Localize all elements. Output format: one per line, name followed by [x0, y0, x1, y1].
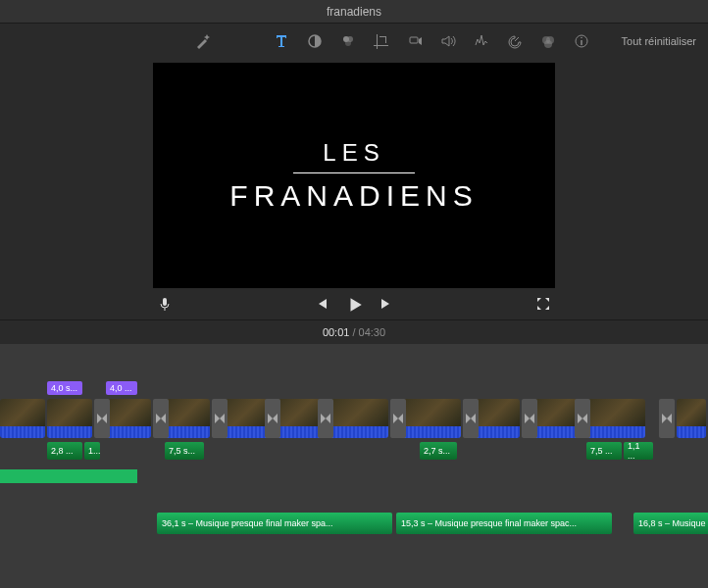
- timeline[interactable]: 4,0 s...4,0 ... 2,8 ...1...7,5 s...2,7 s…: [0, 344, 708, 588]
- audio-clip[interactable]: 7,5 ...: [586, 442, 622, 460]
- fullscreen-icon[interactable]: [535, 296, 551, 312]
- video-clip[interactable]: [329, 399, 388, 438]
- music-clip[interactable]: 36,1 s – Musique presque final maker spa…: [157, 513, 392, 534]
- svg-point-3: [345, 40, 351, 46]
- music-clip[interactable]: 15,3 s – Musique presque final maker spa…: [396, 513, 612, 534]
- preview-screen: LES FRANADIENS: [153, 63, 555, 288]
- audio-track: 2,8 ...1...7,5 s...2,7 s...7,5 ...1,1 ..…: [0, 442, 708, 462]
- audio-clip[interactable]: 2,8 ...: [47, 442, 82, 460]
- audio-clip[interactable]: 7,5 s...: [165, 442, 204, 460]
- color-correction-icon[interactable]: [339, 32, 357, 50]
- title-line-2: FRANADIENS: [229, 173, 478, 213]
- prev-button[interactable]: [313, 296, 329, 312]
- music-clip[interactable]: 16,8 s – Musique presque final maker spa…: [633, 513, 708, 534]
- timecode: 00:01 / 04:30: [0, 319, 708, 344]
- transition-icon[interactable]: [575, 399, 590, 438]
- speed-icon[interactable]: [506, 32, 524, 50]
- video-clip[interactable]: [0, 399, 45, 438]
- transition-icon[interactable]: [265, 399, 280, 438]
- total-time: 04:30: [359, 326, 386, 338]
- svg-point-7: [544, 40, 552, 48]
- text-tool-icon[interactable]: [273, 32, 290, 50]
- video-clip[interactable]: [677, 399, 706, 438]
- video-clip[interactable]: [277, 399, 322, 438]
- audio-clip[interactable]: 1...: [84, 442, 100, 460]
- video-clip[interactable]: [165, 399, 210, 438]
- crop-icon[interactable]: [373, 32, 390, 50]
- transition-icon[interactable]: [390, 399, 406, 438]
- play-button[interactable]: [346, 296, 362, 312]
- title-clip[interactable]: 4,0 ...: [106, 381, 137, 395]
- window-title: franadiens: [0, 0, 708, 24]
- color-balance-icon[interactable]: [306, 32, 324, 50]
- svg-rect-4: [410, 37, 418, 43]
- title-line-1: LES: [293, 139, 414, 173]
- transition-icon[interactable]: [522, 399, 537, 438]
- video-clip[interactable]: [475, 399, 520, 438]
- video-clip[interactable]: [47, 399, 92, 438]
- current-time: 00:01: [323, 326, 350, 338]
- transition-icon[interactable]: [94, 399, 110, 438]
- music-track: 36,1 s – Musique presque final maker spa…: [0, 513, 708, 536]
- toolbar: Tout réinitialiser: [0, 24, 708, 59]
- video-track: [0, 399, 708, 438]
- video-clip[interactable]: [402, 399, 461, 438]
- voiceover-icon[interactable]: [157, 296, 173, 312]
- filter-icon[interactable]: [539, 32, 557, 50]
- video-clip[interactable]: [224, 399, 269, 438]
- transition-icon[interactable]: [318, 399, 333, 438]
- transition-icon[interactable]: [212, 399, 228, 438]
- title-track: 4,0 s...4,0 ...: [0, 381, 708, 397]
- video-clip[interactable]: [586, 399, 645, 438]
- svg-rect-9: [163, 298, 167, 306]
- transition-icon[interactable]: [463, 399, 479, 438]
- stabilize-icon[interactable]: [406, 32, 424, 50]
- reset-all-button[interactable]: Tout réinitialiser: [622, 35, 696, 47]
- volume-icon[interactable]: [439, 32, 457, 50]
- video-clip[interactable]: [106, 399, 151, 438]
- magic-wand-icon[interactable]: [194, 32, 212, 50]
- noise-reduction-icon[interactable]: [473, 32, 490, 50]
- title-clip[interactable]: 4,0 s...: [47, 381, 82, 395]
- audio-clip[interactable]: 1,1 ...: [624, 442, 653, 460]
- transition-icon[interactable]: [659, 399, 675, 438]
- preview-viewer: LES FRANADIENS: [153, 63, 555, 319]
- info-icon[interactable]: [573, 32, 590, 50]
- next-button[interactable]: [379, 296, 395, 312]
- audio-overflow[interactable]: [0, 469, 137, 483]
- audio-clip[interactable]: 2,7 s...: [420, 442, 457, 460]
- transition-icon[interactable]: [153, 399, 169, 438]
- video-clip[interactable]: [533, 399, 579, 438]
